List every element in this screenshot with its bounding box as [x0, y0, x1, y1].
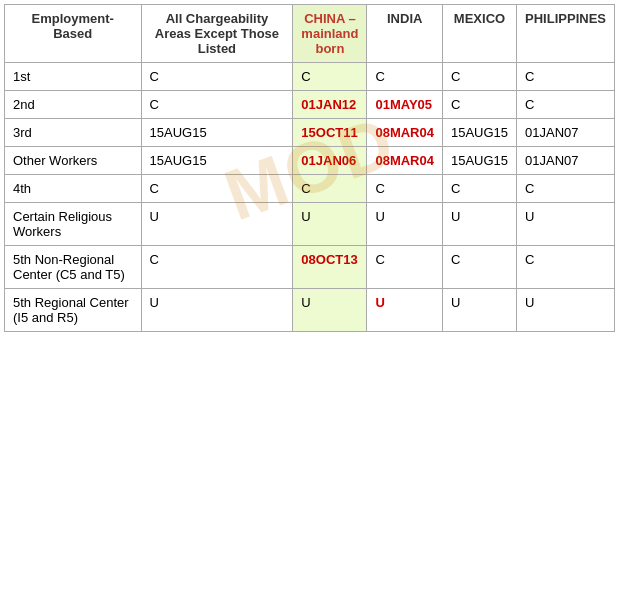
table-row: 1stCCCCC: [5, 63, 615, 91]
cell-mexico: U: [442, 203, 516, 246]
cell-mexico: C: [442, 91, 516, 119]
cell-category: 2nd: [5, 91, 142, 119]
cell-mexico: 15AUG15: [442, 119, 516, 147]
cell-china: C: [293, 175, 367, 203]
visa-bulletin-table: Employment-Based All Chargeability Areas…: [4, 4, 615, 332]
cell-china: U: [293, 203, 367, 246]
cell-category: 5th Regional Center (I5 and R5): [5, 289, 142, 332]
cell-china: 15OCT11: [293, 119, 367, 147]
header-all-chargeability: All Chargeability Areas Except Those Lis…: [141, 5, 293, 63]
cell-category: 3rd: [5, 119, 142, 147]
cell-category: 1st: [5, 63, 142, 91]
cell-mexico: C: [442, 246, 516, 289]
cell-all: C: [141, 175, 293, 203]
visa-bulletin-table-wrapper: Employment-Based All Chargeability Areas…: [4, 4, 615, 332]
table-row: 5th Non-Regional Center (C5 and T5)C08OC…: [5, 246, 615, 289]
cell-china: 08OCT13: [293, 246, 367, 289]
cell-mexico: U: [442, 289, 516, 332]
cell-philippines: U: [517, 289, 615, 332]
cell-philippines: U: [517, 203, 615, 246]
cell-all: 15AUG15: [141, 147, 293, 175]
cell-category: 5th Non-Regional Center (C5 and T5): [5, 246, 142, 289]
cell-philippines: 01JAN07: [517, 147, 615, 175]
cell-all: C: [141, 63, 293, 91]
cell-china: U: [293, 289, 367, 332]
cell-china: C: [293, 63, 367, 91]
header-china: CHINA –mainlandborn: [293, 5, 367, 63]
cell-philippines: C: [517, 246, 615, 289]
cell-mexico: C: [442, 63, 516, 91]
cell-mexico: 15AUG15: [442, 147, 516, 175]
cell-india: C: [367, 175, 443, 203]
cell-all: U: [141, 289, 293, 332]
cell-india: 01MAY05: [367, 91, 443, 119]
cell-category: 4th: [5, 175, 142, 203]
cell-india: C: [367, 63, 443, 91]
header-employment-based: Employment-Based: [5, 5, 142, 63]
table-row: 5th Regional Center (I5 and R5)UUUUU: [5, 289, 615, 332]
cell-philippines: C: [517, 63, 615, 91]
cell-india: U: [367, 289, 443, 332]
cell-india: C: [367, 246, 443, 289]
header-india: INDIA: [367, 5, 443, 63]
table-row: Other Workers15AUG1501JAN0608MAR0415AUG1…: [5, 147, 615, 175]
table-row: 2ndC01JAN1201MAY05CC: [5, 91, 615, 119]
cell-category: Certain Religious Workers: [5, 203, 142, 246]
cell-india: 08MAR04: [367, 119, 443, 147]
table-row: Certain Religious WorkersUUUUU: [5, 203, 615, 246]
table-header-row: Employment-Based All Chargeability Areas…: [5, 5, 615, 63]
cell-india: 08MAR04: [367, 147, 443, 175]
cell-philippines: C: [517, 175, 615, 203]
cell-all: C: [141, 91, 293, 119]
cell-philippines: C: [517, 91, 615, 119]
cell-all: C: [141, 246, 293, 289]
cell-china: 01JAN06: [293, 147, 367, 175]
table-row: 3rd15AUG1515OCT1108MAR0415AUG1501JAN07: [5, 119, 615, 147]
cell-all: U: [141, 203, 293, 246]
cell-all: 15AUG15: [141, 119, 293, 147]
header-mexico: MEXICO: [442, 5, 516, 63]
cell-mexico: C: [442, 175, 516, 203]
cell-india: U: [367, 203, 443, 246]
cell-category: Other Workers: [5, 147, 142, 175]
cell-china: 01JAN12: [293, 91, 367, 119]
header-philippines: PHILIPPINES: [517, 5, 615, 63]
cell-philippines: 01JAN07: [517, 119, 615, 147]
table-row: 4thCCCCC: [5, 175, 615, 203]
